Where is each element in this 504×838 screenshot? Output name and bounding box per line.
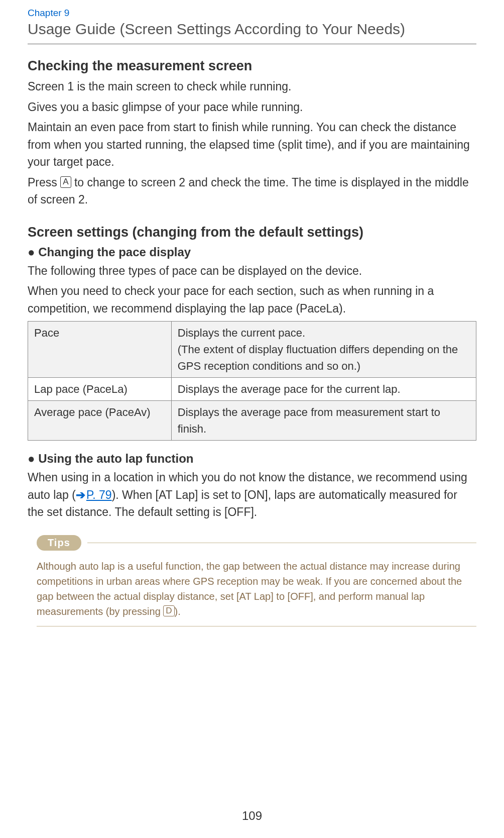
table-cell-desc: Displays the average pace from measureme… — [171, 401, 476, 441]
text-line: Displays the current pace. — [178, 325, 470, 341]
table-cell-label: Average pace (PaceAv) — [28, 401, 172, 441]
table-cell-desc: Displays the current pace. (The extent o… — [171, 322, 476, 378]
subheading-pace-display: ● Changing the pace display — [28, 245, 476, 259]
chapter-label: Chapter 9 — [28, 8, 476, 19]
section-heading-settings: Screen settings (changing from the defau… — [28, 225, 476, 240]
body-text: Screen 1 is the main screen to check whi… — [28, 78, 476, 95]
body-text: When using in a location in which you do… — [28, 469, 476, 521]
tips-box: Tips Although auto lap is a useful funct… — [37, 535, 476, 626]
text-fragment: ). — [175, 606, 181, 617]
body-text: Maintain an even pace from start to fini… — [28, 119, 476, 171]
page-link[interactable]: P. 79 — [86, 488, 112, 501]
text-fragment: to change to screen 2 and check the time… — [28, 176, 469, 206]
tips-text: Although auto lap is a useful function, … — [37, 559, 476, 626]
key-d-icon: D — [163, 605, 174, 616]
table-row: Lap pace (PaceLa) Displays the average p… — [28, 378, 476, 401]
table-cell-label: Lap pace (PaceLa) — [28, 378, 172, 401]
tips-badge: Tips — [37, 535, 81, 551]
key-a-icon: A — [60, 176, 71, 187]
text-fragment: Although auto lap is a useful function, … — [37, 561, 462, 617]
body-text: Gives you a basic glimpse of your pace w… — [28, 98, 476, 116]
tips-header: Tips — [37, 535, 476, 551]
page-title: Usage Guide (Screen Settings According t… — [28, 21, 476, 44]
table-cell-label: Pace — [28, 322, 172, 378]
body-text: Press A to change to screen 2 and check … — [28, 174, 476, 208]
body-text: When you need to check your pace for eac… — [28, 282, 476, 317]
tips-divider — [87, 543, 476, 543]
subheading-auto-lap: ● Using the auto lap function — [28, 452, 476, 466]
pace-table: Pace Displays the current pace. (The ext… — [28, 321, 476, 441]
text-fragment: Press — [28, 176, 60, 189]
section-heading-checking: Checking the measurement screen — [28, 58, 476, 74]
text-line: (The extent of display fluctuation diffe… — [178, 341, 470, 374]
page-number: 109 — [0, 809, 504, 823]
table-row: Pace Displays the current pace. (The ext… — [28, 322, 476, 378]
table-row: Average pace (PaceAv) Displays the avera… — [28, 401, 476, 441]
body-text: The following three types of pace can be… — [28, 262, 476, 280]
arrow-right-icon: ➔ — [76, 486, 85, 504]
table-cell-desc: Displays the average pace for the curren… — [171, 378, 476, 401]
